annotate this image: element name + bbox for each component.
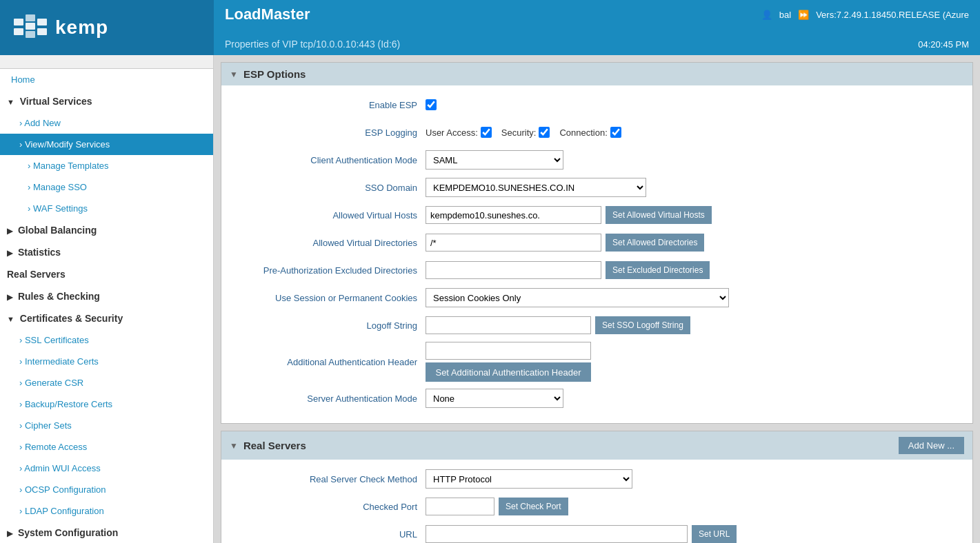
url-control: Set URL [426,525,961,543]
additional-auth-header-row: Additional Authentication Header Set Add… [232,342,961,382]
check-method-select[interactable]: HTTP Protocol TCP ICMP None HTTP HTTPS F… [426,469,632,489]
additional-auth-header-input[interactable] [426,342,591,360]
server-auth-mode-row: Server Authentication Mode None SAML For… [232,387,961,409]
svg-rect-1 [14,28,23,35]
scroll-indicator [0,55,213,69]
user-icon: 👤 [761,10,772,20]
username: bal [779,10,791,20]
sidebar-item-backup-restore-certs[interactable]: › Backup/Restore Certs [0,393,213,415]
allowed-virtual-dirs-input[interactable] [426,234,601,252]
check-method-row: Real Server Check Method HTTP Protocol T… [232,468,961,490]
client-auth-mode-select[interactable]: SAML Form Based Basic NTLM Kerberos None [426,150,563,170]
collapse-arrow-sc: ▶ [7,529,12,538]
logging-security-text: Security: [501,127,537,138]
sidebar-section-certs-security[interactable]: ▼ Certificates & Security [0,307,213,329]
checked-port-control: Set Check Port [426,498,961,515]
logging-user-access-checkbox[interactable] [481,127,492,138]
use-session-cookies-select[interactable]: Session Cookies Only Permanent Cookies N… [426,288,729,307]
sidebar-section-system-configuration[interactable]: ▶ System Configuration [0,522,213,543]
add-new-rs-btn[interactable]: Add New ... [899,437,964,454]
sidebar-item-view-modify[interactable]: › View/Modify Services [0,134,213,155]
real-servers-header: ▼ Real Servers Add New ... [221,431,972,460]
sidebar-item-ocsp-configuration[interactable]: › OCSP Configuration [0,479,213,500]
sidebar-item-ldap-configuration[interactable]: › LDAP Configuration [0,500,213,522]
esp-options-header: ▼ ESP Options [221,63,972,85]
client-auth-mode-control: SAML Form Based Basic NTLM Kerberos None [426,150,961,170]
enable-esp-row: Enable ESP [232,94,961,116]
logoff-string-control: Set SSO Logoff String [426,316,961,334]
main-content: ▼ ESP Options Enable ESP ESP Logging [214,55,980,543]
logging-security-checkbox[interactable] [539,127,550,138]
allowed-virtual-hosts-control: Set Allowed Virtual Hosts [426,206,961,224]
svg-rect-6 [37,28,47,35]
esp-logging-label: ESP Logging [232,127,426,138]
server-auth-mode-control: None SAML Form Based Basic [426,389,961,408]
sidebar-section-virtual-services[interactable]: ▼ Virtual Services [0,90,213,112]
client-auth-mode-label: Client Authentication Mode [232,155,426,165]
sso-domain-control: KEMPDEMO10.SUNESHES.CO.IN [426,178,961,197]
logging-checkboxes: User Access: Security: Connection: [426,127,621,138]
url-input[interactable] [426,525,688,543]
sidebar-item-admin-wui-access[interactable]: › Admin WUI Access [0,458,213,479]
sidebar-item-real-servers[interactable]: Real Servers [0,263,213,285]
use-session-cookies-row: Use Session or Permanent Cookies Session… [232,287,961,309]
sidebar-section-rules-checking[interactable]: ▶ Rules & Checking [0,285,213,307]
logging-connection-text: Connection: [559,127,607,138]
sidebar-item-generate-csr[interactable]: › Generate CSR [0,372,213,393]
real-servers-title: Real Servers [243,440,306,451]
set-additional-auth-btn[interactable]: Set Additional Authentication Header [426,362,591,382]
collapse-arrow-rc: ▶ [7,293,12,302]
sidebar-item-ssl-certs[interactable]: › SSL Certificates [0,329,213,351]
use-session-cookies-label: Use Session or Permanent Cookies [232,293,426,303]
sidebar-section-global-balancing[interactable]: ▶ Global Balancing [0,219,213,241]
sidebar-section-statistics[interactable]: ▶ Statistics [0,241,213,263]
set-check-port-btn[interactable]: Set Check Port [499,498,568,515]
enable-esp-checkbox[interactable] [426,99,437,110]
additional-auth-header-label: Additional Authentication Header [232,357,426,367]
enable-esp-control [426,99,961,110]
logging-connection-checkbox[interactable] [610,127,621,138]
logging-security-item: Security: [501,127,550,138]
preauth-excluded-dirs-label: Pre-Authorization Excluded Directories [232,265,426,276]
server-auth-mode-select[interactable]: None SAML Form Based Basic [426,389,563,408]
sidebar-item-remote-access[interactable]: › Remote Access [0,436,213,458]
logo-area: kemp [0,0,214,55]
esp-options-title: ESP Options [243,68,306,80]
sso-domain-select[interactable]: KEMPDEMO10.SUNESHES.CO.IN [426,178,646,197]
set-sso-logoff-btn[interactable]: Set SSO Logoff String [595,316,690,334]
set-url-btn[interactable]: Set URL [692,525,737,543]
allowed-virtual-dirs-row: Allowed Virtual Directories Set Allowed … [232,232,961,254]
sidebar-item-intermediate-certs[interactable]: › Intermediate Certs [0,351,213,372]
forward-icon[interactable]: ⏩ [798,10,809,20]
set-allowed-virtual-hosts-btn[interactable]: Set Allowed Virtual Hosts [606,206,712,224]
allowed-virtual-hosts-input[interactable] [426,206,601,224]
esp-options-panel: ▼ ESP Options Enable ESP ESP Logging [221,62,973,424]
preauth-excluded-dirs-input[interactable] [426,261,601,279]
sidebar-item-home[interactable]: Home [0,69,213,90]
sidebar-item-waf-settings[interactable]: › WAF Settings [0,198,213,219]
svg-rect-4 [26,31,35,38]
sidebar-item-add-new[interactable]: › Add New [0,112,213,134]
rs-collapse-arrow[interactable]: ▼ [230,441,238,451]
set-excluded-dirs-btn[interactable]: Set Excluded Directories [606,261,710,279]
esp-collapse-arrow[interactable]: ▼ [230,70,238,79]
use-session-cookies-control: Session Cookies Only Permanent Cookies N… [426,288,961,307]
esp-logging-control: User Access: Security: Connection: [426,127,961,138]
sidebar-item-manage-sso[interactable]: › Manage SSO [0,176,213,198]
svg-rect-0 [14,19,23,25]
checked-port-label: Checked Port [232,502,426,512]
collapse-arrow-stats: ▶ [7,249,12,258]
logoff-string-row: Logoff String Set SSO Logoff String [232,314,961,336]
sidebar: Home ▼ Virtual Services › Add New › View… [0,55,214,543]
sidebar-item-manage-templates[interactable]: › Manage Templates [0,155,213,176]
logoff-string-input[interactable] [426,316,591,334]
set-allowed-dirs-btn[interactable]: Set Allowed Directories [606,234,704,252]
esp-logging-row: ESP Logging User Access: Security: [232,121,961,143]
url-row: URL Set URL [232,523,961,543]
client-auth-mode-row: Client Authentication Mode SAML Form Bas… [232,149,961,171]
kemp-logo-icon [14,13,47,43]
collapse-arrow-vs: ▼ [7,98,14,106]
sidebar-item-cipher-sets[interactable]: › Cipher Sets [0,415,213,436]
collapse-arrow-cs: ▼ [7,315,14,323]
checked-port-input[interactable] [426,498,494,515]
